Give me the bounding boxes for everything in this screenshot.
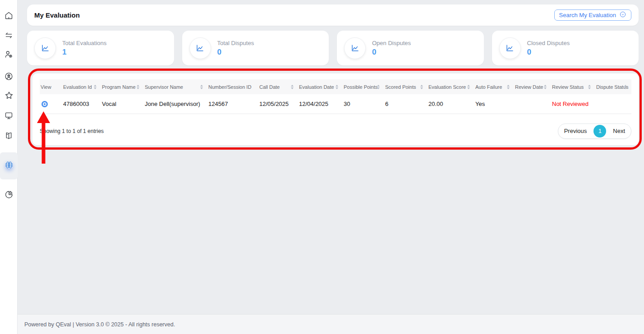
- stat-card-closed-disputes: Closed Disputes 0: [492, 31, 639, 65]
- column-header-evaluation-date[interactable]: Evaluation Date: [298, 79, 343, 94]
- star-icon: [4, 91, 14, 102]
- column-header-supervisor-name[interactable]: Supervisor Name: [144, 79, 207, 94]
- line-chart-icon: [344, 37, 366, 59]
- sort-icon[interactable]: [507, 85, 510, 89]
- evaluation-score-cell: 20.00: [428, 94, 474, 114]
- sidebar-item-monitor[interactable]: [0, 107, 18, 125]
- book-icon: [4, 131, 14, 142]
- line-chart-icon: [499, 37, 521, 59]
- evaluation-id-cell: 47860003: [62, 94, 101, 114]
- stat-label: Total Disputes: [217, 40, 254, 46]
- search-my-evaluation-button[interactable]: Search My Evaluation: [554, 9, 631, 21]
- current-page-button[interactable]: 1: [593, 125, 606, 137]
- sort-icon[interactable]: [467, 85, 470, 89]
- home-icon: [4, 11, 14, 22]
- page-header: My Evaluation Search My Evaluation: [27, 5, 639, 26]
- column-header-call-date[interactable]: Call Date: [258, 79, 298, 94]
- sort-icon[interactable]: [420, 85, 423, 89]
- stat-value: 0: [527, 48, 570, 57]
- evaluations-table: View Evaluation Id Program Name Supervis…: [40, 79, 631, 114]
- stat-cards-row: Total Evaluations 1 Total Disputes 0 Ope…: [27, 31, 639, 65]
- evaluations-table-card: View Evaluation Id Program Name Supervis…: [32, 73, 639, 145]
- view-eye-icon[interactable]: [41, 101, 48, 107]
- stat-value: 1: [62, 48, 106, 57]
- stat-label: Open Disputes: [372, 40, 411, 46]
- stat-value: 0: [217, 48, 254, 57]
- dispute-status-cell: [595, 94, 631, 114]
- column-header-review-status[interactable]: Review Status: [551, 79, 595, 94]
- sort-icon[interactable]: [291, 85, 294, 89]
- sort-icon[interactable]: [377, 85, 380, 89]
- user-badge-icon: [4, 72, 14, 83]
- monitor-icon: [4, 111, 14, 122]
- sidebar-item-favorites[interactable]: [0, 87, 18, 105]
- sort-icon[interactable]: [94, 85, 97, 89]
- table-row: 47860003 Vocal Jone Dell(supervisor) 124…: [40, 94, 631, 114]
- my-evaluation-page: My Evaluation Search My Evaluation Total…: [0, 0, 644, 334]
- previous-page-button[interactable]: Previous: [558, 128, 593, 134]
- supervisor-name-cell: Jone Dell(supervisor): [144, 94, 207, 114]
- number-session-id-cell: 124567: [207, 94, 258, 114]
- search-button-label: Search My Evaluation: [559, 12, 616, 18]
- sort-icon[interactable]: [200, 85, 203, 89]
- possible-points-cell: 30: [343, 94, 384, 114]
- sort-icon[interactable]: [624, 85, 627, 89]
- sort-icon[interactable]: [544, 85, 547, 89]
- stat-card-total-evaluations: Total Evaluations 1: [27, 31, 174, 65]
- sort-icon[interactable]: [336, 85, 338, 89]
- column-header-scored-points[interactable]: Scored Points: [384, 79, 428, 94]
- chevron-down-circle-icon: [619, 11, 626, 19]
- program-name-cell: Vocal: [101, 94, 144, 114]
- showing-entries-text: Showing 1 to 1 of 1 entries: [40, 128, 104, 134]
- column-header-review-date[interactable]: Review Date: [514, 79, 551, 94]
- sort-icon[interactable]: [588, 85, 591, 89]
- sidebar-item-coaching[interactable]: [0, 68, 18, 86]
- sidebar-item-home[interactable]: [0, 7, 18, 25]
- stat-label: Closed Disputes: [527, 40, 570, 46]
- call-date-cell: 12/05/2025: [258, 94, 298, 114]
- sidebar: [0, 0, 18, 334]
- sidebar-item-transfers[interactable]: [0, 27, 18, 45]
- review-status-cell: Not Reviewed: [551, 94, 595, 114]
- user-settings-icon: [4, 50, 14, 61]
- scored-points-cell: 6: [384, 94, 428, 114]
- auto-failure-cell: Yes: [474, 94, 514, 114]
- column-header-view: View: [40, 79, 62, 94]
- pie-chart-icon: [4, 190, 14, 201]
- sidebar-item-users[interactable]: [0, 46, 18, 64]
- sidebar-item-reports[interactable]: [0, 186, 18, 204]
- column-header-evaluation-id[interactable]: Evaluation Id: [62, 79, 101, 94]
- column-header-number-session-id: Number/Session ID: [207, 79, 258, 94]
- stat-value: 0: [372, 48, 411, 57]
- line-chart-icon: [189, 37, 211, 59]
- footer: Powered by QEval | Version 3.0 © 2025 - …: [18, 314, 644, 334]
- page-title: My Evaluation: [34, 11, 80, 19]
- sidebar-item-evaluations[interactable]: [0, 152, 18, 179]
- sidebar-item-library[interactable]: [0, 128, 18, 146]
- globe-icon: [4, 160, 14, 172]
- stat-card-total-disputes: Total Disputes 0: [182, 31, 329, 65]
- evaluation-date-cell: 12/04/2025: [298, 94, 343, 114]
- stat-card-open-disputes: Open Disputes 0: [337, 31, 484, 65]
- view-cell: [40, 94, 62, 114]
- footer-text: Powered by QEval | Version 3.0 © 2025 - …: [24, 321, 175, 328]
- table-header-row: View Evaluation Id Program Name Supervis…: [40, 79, 631, 94]
- column-header-evaluation-score[interactable]: Evaluation Score: [428, 79, 474, 94]
- line-chart-icon: [34, 37, 56, 59]
- column-header-program-name[interactable]: Program Name: [101, 79, 144, 94]
- column-header-possible-points[interactable]: Possible Points: [343, 79, 384, 94]
- column-header-dispute-status[interactable]: Dispute Status: [595, 79, 631, 94]
- column-header-auto-failure[interactable]: Auto Failure: [474, 79, 514, 94]
- transfer-arrows-icon: [4, 31, 14, 42]
- pagination: Previous 1 Next: [558, 124, 631, 139]
- review-date-cell: [514, 94, 551, 114]
- sort-icon[interactable]: [137, 85, 139, 89]
- next-page-button[interactable]: Next: [607, 128, 631, 134]
- stat-label: Total Evaluations: [62, 40, 106, 46]
